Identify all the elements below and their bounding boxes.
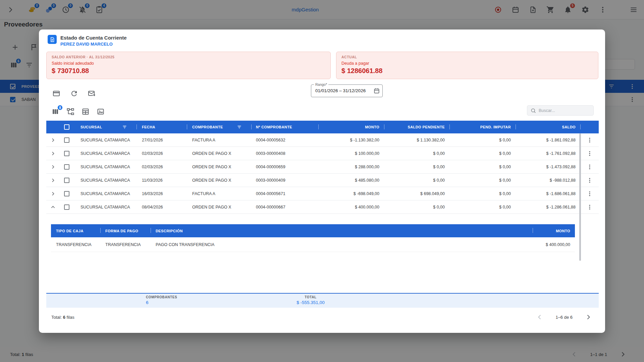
date-range-value: 01/01/2026 – 31/12/2026 xyxy=(311,85,382,97)
cell-saldo-pendiente: $ 0,00 xyxy=(384,147,449,160)
cell-fecha: 11/03/2026 xyxy=(137,174,187,187)
row-menu-icon[interactable] xyxy=(585,163,594,171)
cell-comprobante: ORDEN DE PAGO X xyxy=(187,147,251,160)
row-menu-icon[interactable] xyxy=(585,149,594,158)
row-menu-icon[interactable] xyxy=(585,189,594,198)
header-pend-imputar[interactable]: PEND. IMPUTAR xyxy=(449,121,516,133)
table-icon[interactable] xyxy=(81,107,90,116)
table-row[interactable]: SUCURSAL CATAMARCA 02/03/2026 ORDEN DE P… xyxy=(46,160,599,174)
cell-fecha: 02/03/2026 xyxy=(137,160,187,173)
cell-monto: $ -1.130.382,00 xyxy=(318,133,384,146)
row-checkbox[interactable] xyxy=(64,178,69,183)
filter-icon[interactable] xyxy=(237,125,242,130)
row-checkbox[interactable] xyxy=(64,191,69,196)
table-row[interactable]: SUCURSAL CATAMARCA 11/03/2026 ORDEN DE P… xyxy=(46,174,599,187)
row-checkbox[interactable] xyxy=(64,204,69,210)
summary-value: 6 xyxy=(146,300,177,305)
header-descripcion: DESCRIPCIÓN xyxy=(151,224,533,237)
table-row-expanded[interactable]: SUCURSAL CATAMARCA 08/04/2026 ORDEN DE P… xyxy=(46,200,599,214)
summary-value: $ -555.351,00 xyxy=(284,300,337,305)
cell-comprobante: ORDEN DE PAGO X xyxy=(187,174,251,187)
header-monto[interactable]: MONTO xyxy=(318,121,384,133)
cell-saldo-pendiente: $ 0,00 xyxy=(384,160,449,173)
header-label: SUCURSAL xyxy=(80,125,102,129)
cell-comprobante: FACTURA A xyxy=(187,133,251,146)
dialog-footer: Total: 6 filas 1–6 de 6 xyxy=(39,308,605,326)
cell-numero: 0003-00000409 xyxy=(251,174,318,187)
row-menu-icon[interactable] xyxy=(585,136,594,144)
summary-label: TOTAL xyxy=(284,295,337,299)
page-prev-icon[interactable] xyxy=(535,313,544,321)
cell-numero: 0004-00005632 xyxy=(251,133,318,146)
collapse-row-icon[interactable] xyxy=(49,203,57,212)
expand-row-icon[interactable] xyxy=(49,176,57,185)
columns-badge: 8 xyxy=(57,105,63,110)
cell-pend-imputar: $ 0,00 xyxy=(449,174,516,187)
cell-monto: $ 100.000,00 xyxy=(318,147,384,160)
card-caption: Deuda a pagar xyxy=(341,61,593,66)
expand-row-icon[interactable] xyxy=(49,163,57,171)
table-row[interactable]: SUCURSAL CATAMARCA 02/03/2026 ORDEN DE P… xyxy=(46,147,599,160)
header-sucursal[interactable]: SUCURSAL xyxy=(74,121,137,133)
rows-total: Total: 6 filas xyxy=(51,315,74,320)
cell-fecha: 27/01/2026 xyxy=(137,133,187,146)
row-checkbox[interactable] xyxy=(64,137,69,143)
detail-row[interactable]: TRANSFERENCIA TRANSFERENCIA PAGO CON TRA… xyxy=(51,237,575,252)
search-input[interactable] xyxy=(539,108,590,113)
header-tipo-caja: TIPO DE CAJA xyxy=(51,224,100,237)
header-comprobante[interactable]: COMPROBANTE xyxy=(187,121,251,133)
dialog-subtitle: PEREZ DAVID MARCELO xyxy=(60,42,127,47)
cell-comprobante: ORDEN DE PAGO X xyxy=(187,160,251,173)
date-range-field[interactable]: Rango* 01/01/2026 – 31/12/2026 xyxy=(311,84,383,97)
card-label: ACTUAL xyxy=(341,55,593,59)
cell-sucursal: SUCURSAL CATAMARCA xyxy=(74,187,137,200)
expand-row-icon[interactable] xyxy=(49,189,57,198)
row-checkbox[interactable] xyxy=(64,151,69,156)
cell-numero: 0004-00005671 xyxy=(251,187,318,200)
cell-saldo-pendiente: $ 0,00 xyxy=(384,174,449,187)
page-range-label: 1–6 de 6 xyxy=(555,315,573,320)
header-forma-pago: FORMA DE PAGO xyxy=(100,224,151,237)
row-checkbox[interactable] xyxy=(64,164,69,170)
cell-monto: $ 288.000,00 xyxy=(318,160,384,173)
header-label: COMPROBANTE xyxy=(192,125,223,129)
cell-comprobante: FACTURA A xyxy=(187,187,251,200)
card-label: SALDO ANTERIOR · AL 31/12/2025 xyxy=(52,55,325,59)
cell-pend-imputar: $ 0,00 xyxy=(449,187,516,200)
refresh-icon[interactable] xyxy=(70,89,78,98)
comprobantes-summary: COMPROBANTES 6 xyxy=(146,295,177,305)
select-all-checkbox[interactable] xyxy=(64,124,69,130)
dialog-title: Estado de Cuenta Corriente xyxy=(60,35,127,41)
header-saldo-pendiente[interactable]: SALDO PENDIENTE xyxy=(384,121,449,133)
expand-row-icon[interactable] xyxy=(49,136,57,144)
cell-saldo: $ -1.861.092,88 xyxy=(516,133,580,146)
export-image-icon[interactable] xyxy=(96,107,105,116)
header-fecha[interactable]: FECHA xyxy=(137,121,187,133)
page-next-icon[interactable] xyxy=(584,313,593,321)
cell-saldo-pendiente: $ 1.130.382,00 xyxy=(384,133,449,146)
payment-icon[interactable] xyxy=(52,89,61,98)
table-header-row: SUCURSAL FECHA COMPROBANTE Nº COMPROBANT… xyxy=(46,121,599,133)
cell-saldo: $ -988.012,88 xyxy=(516,174,580,187)
cell-detalle-monto: $ 400.000,00 xyxy=(533,237,575,252)
cell-saldo: $ -1.686.061,88 xyxy=(516,187,580,200)
tree-icon[interactable] xyxy=(66,107,75,116)
expand-row-icon[interactable] xyxy=(49,149,57,158)
balance-cards: SALDO ANTERIOR · AL 31/12/2025 Saldo ini… xyxy=(46,52,598,79)
send-email-icon[interactable] xyxy=(88,89,96,98)
row-menu-icon[interactable] xyxy=(585,176,594,185)
calendar-icon[interactable] xyxy=(373,87,380,94)
header-saldo[interactable]: SALDO xyxy=(516,121,580,133)
table-row[interactable]: SUCURSAL CATAMARCA 27/01/2026 FACTURA A … xyxy=(46,133,599,147)
row-menu-icon[interactable] xyxy=(585,203,594,212)
table-scrollbar[interactable] xyxy=(579,133,581,261)
view-columns-icon[interactable]: 8 xyxy=(51,107,60,116)
cell-saldo: $ -1.473.092,88 xyxy=(516,160,580,173)
table-row[interactable]: SUCURSAL CATAMARCA 16/03/2026 FACTURA A … xyxy=(46,187,599,200)
header-numero[interactable]: Nº COMPROBANTE xyxy=(251,121,318,133)
cell-sucursal: SUCURSAL CATAMARCA xyxy=(74,160,137,173)
dialog-actions xyxy=(52,89,96,98)
cell-descripcion: PAGO CON TRANSFERENCIA xyxy=(151,237,533,252)
previous-balance-card: SALDO ANTERIOR · AL 31/12/2025 Saldo ini… xyxy=(46,52,331,79)
filter-icon[interactable] xyxy=(122,125,127,130)
